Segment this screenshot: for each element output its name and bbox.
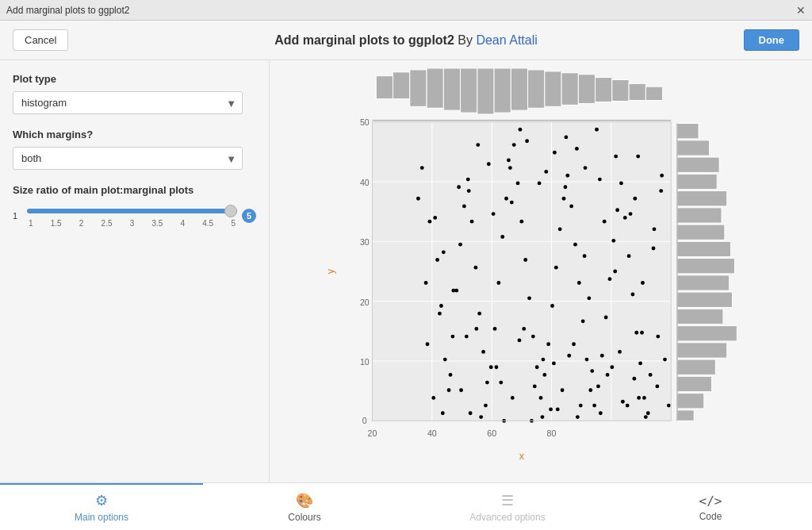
svg-rect-178	[677, 140, 710, 156]
svg-point-72	[558, 227, 562, 231]
header: Cancel Add marginal plots to ggplot2 By …	[0, 21, 812, 60]
tab-code-label: Code	[699, 511, 722, 522]
svg-point-78	[581, 319, 585, 323]
svg-point-115	[541, 358, 545, 362]
svg-point-153	[541, 415, 545, 419]
svg-point-53	[485, 381, 489, 385]
svg-point-127	[610, 365, 614, 369]
svg-point-40	[435, 258, 439, 262]
svg-point-38	[416, 197, 420, 201]
svg-point-170	[640, 331, 644, 335]
svg-point-86	[611, 239, 615, 243]
svg-point-42	[443, 358, 447, 362]
svg-point-114	[538, 181, 542, 185]
svg-point-88	[619, 181, 623, 185]
svg-rect-184	[677, 241, 731, 256]
svg-rect-193	[677, 394, 704, 409]
svg-point-104	[469, 411, 473, 415]
svg-point-68	[542, 373, 546, 377]
main-options-icon: ⚙	[95, 492, 108, 509]
svg-point-65	[531, 335, 535, 339]
svg-rect-4	[443, 68, 460, 110]
svg-point-121	[576, 415, 580, 419]
svg-point-44	[450, 335, 454, 339]
svg-point-81	[592, 404, 596, 408]
svg-point-119	[564, 136, 568, 140]
svg-text:20: 20	[360, 298, 370, 307]
tab-colours[interactable]: 🎨 Colours	[203, 483, 406, 530]
svg-point-54	[489, 365, 493, 369]
svg-point-154	[544, 170, 548, 174]
author-link[interactable]: Dean Attali	[476, 33, 537, 47]
svg-point-120	[572, 342, 576, 346]
svg-point-133	[641, 281, 645, 285]
svg-rect-8	[511, 68, 527, 110]
svg-point-161	[583, 254, 587, 258]
svg-rect-188	[677, 309, 723, 324]
svg-rect-185	[677, 259, 734, 274]
svg-point-157	[563, 185, 567, 189]
svg-text:50: 50	[360, 117, 370, 127]
svg-point-125	[599, 411, 603, 415]
svg-point-83	[600, 354, 604, 358]
tab-code[interactable]: </> Code	[609, 483, 812, 530]
left-panel: Plot type histogram density boxplot viol…	[0, 60, 270, 482]
svg-rect-6	[477, 68, 494, 114]
svg-rect-182	[677, 208, 722, 223]
svg-point-156	[556, 407, 560, 411]
size-ratio-label: Size ratio of main plot:marginal plots	[13, 184, 256, 196]
svg-rect-177	[677, 124, 699, 139]
svg-rect-179	[677, 157, 719, 172]
svg-point-64	[527, 296, 531, 300]
svg-point-96	[420, 166, 424, 170]
tab-advanced-options-label: Advanced options	[469, 512, 545, 523]
svg-point-103	[465, 335, 469, 339]
tab-main-options-label: Main options	[75, 512, 128, 523]
svg-text:10: 10	[360, 357, 370, 367]
size-ratio-slider[interactable]	[27, 209, 237, 213]
svg-point-118	[561, 388, 565, 392]
svg-rect-181	[677, 191, 727, 206]
svg-point-155	[552, 362, 556, 366]
svg-rect-190	[677, 343, 727, 358]
svg-rect-191	[677, 359, 715, 374]
svg-point-66	[535, 365, 539, 369]
title-text: Add marginal plots to ggplot2	[274, 33, 454, 47]
svg-rect-187	[677, 292, 733, 307]
header-title: Add marginal plots to ggplot2 By Dean At…	[68, 33, 743, 48]
svg-rect-11	[561, 73, 578, 106]
svg-point-122	[584, 166, 588, 170]
svg-point-87	[615, 208, 619, 212]
margins-select[interactable]: both x y	[13, 147, 243, 170]
plot-type-group: Plot type histogram density boxplot viol…	[13, 73, 256, 114]
svg-point-49	[470, 220, 474, 224]
svg-point-107	[492, 212, 496, 216]
svg-point-109	[507, 159, 511, 163]
cancel-button[interactable]: Cancel	[13, 29, 68, 51]
svg-point-80	[588, 388, 592, 392]
svg-point-159	[575, 147, 579, 151]
margins-select-wrapper: both x y ▼	[13, 147, 243, 170]
svg-point-145	[479, 415, 483, 419]
svg-point-73	[562, 197, 566, 201]
svg-rect-194	[677, 410, 694, 421]
svg-point-100	[442, 250, 446, 254]
svg-point-60	[512, 143, 516, 147]
svg-point-77	[577, 281, 581, 285]
close-button[interactable]: ✕	[796, 4, 806, 17]
svg-point-112	[522, 327, 526, 331]
svg-text:60: 60	[487, 428, 496, 438]
svg-point-51	[477, 312, 481, 316]
svg-rect-186	[677, 275, 730, 290]
svg-point-141	[451, 289, 455, 293]
done-button[interactable]: Done	[744, 29, 800, 51]
tab-main-options[interactable]: ⚙ Main options	[0, 483, 203, 530]
top-histogram	[372, 68, 671, 121]
svg-point-138	[426, 342, 430, 346]
svg-point-46	[458, 243, 462, 247]
svg-point-136	[656, 335, 660, 339]
svg-point-63	[523, 258, 527, 262]
svg-text:y: y	[325, 268, 336, 274]
svg-point-162	[590, 369, 594, 373]
plot-type-select[interactable]: histogram density boxplot violin densigr…	[13, 91, 243, 114]
